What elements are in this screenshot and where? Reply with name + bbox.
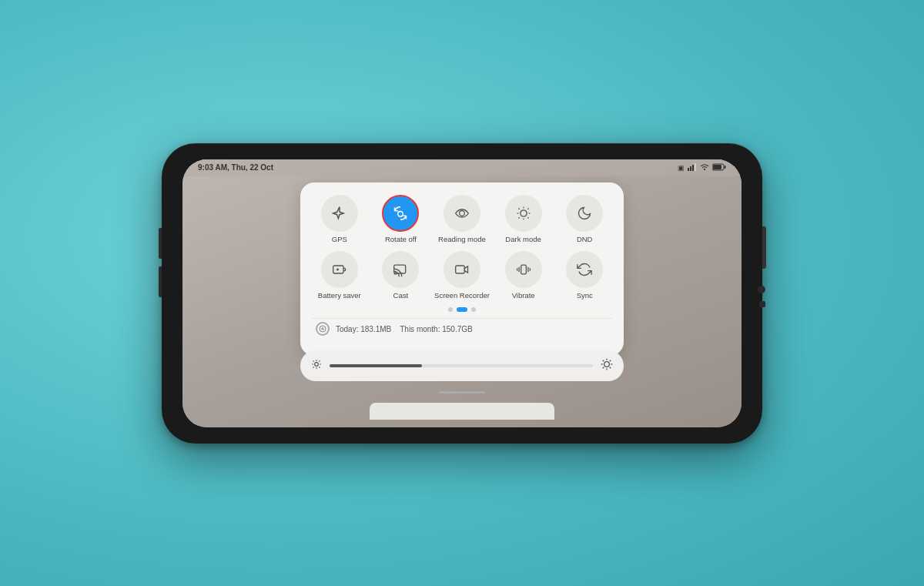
toggle-label-cast: Cast xyxy=(393,291,409,300)
toggle-circle-dnd xyxy=(566,195,603,232)
svg-rect-2 xyxy=(692,165,694,171)
svg-line-42 xyxy=(603,367,604,367)
toggle-circle-rotate-off xyxy=(382,195,419,232)
svg-point-26 xyxy=(315,363,319,367)
svg-rect-24 xyxy=(521,265,526,274)
svg-line-18 xyxy=(527,208,528,209)
data-usage-row: Today: 183.1MB This month: 150.7GB xyxy=(311,318,613,339)
data-usage-icon xyxy=(316,322,330,336)
pagination-dots xyxy=(311,307,613,312)
toggle-rotate-off[interactable]: Rotate off xyxy=(373,195,430,243)
svg-point-8 xyxy=(398,211,403,216)
phone-screen: 9:03 AM, Thu, 22 Oct ▣ xyxy=(182,159,742,427)
toggle-label-sync: Sync xyxy=(577,291,593,300)
shortcut-button-right xyxy=(759,301,765,307)
toggle-label-gps: GPS xyxy=(332,235,347,243)
svg-rect-3 xyxy=(695,163,696,171)
phone-device: 9:03 AM, Thu, 22 Oct ▣ xyxy=(162,143,762,444)
svg-rect-0 xyxy=(688,168,689,171)
svg-line-30 xyxy=(319,367,320,367)
svg-line-29 xyxy=(313,360,313,361)
svg-line-33 xyxy=(313,367,313,367)
brightness-low-icon xyxy=(311,359,322,372)
toggle-label-battery-saver: Battery saver xyxy=(318,291,361,300)
brightness-fill xyxy=(330,364,422,367)
status-icons: ▣ xyxy=(678,163,726,172)
svg-line-13 xyxy=(518,208,519,209)
toggle-circle-reading-mode xyxy=(444,195,480,232)
battery-icon xyxy=(712,163,726,172)
dot-2 xyxy=(457,307,467,312)
toggles-grid-row2: Battery saver Cast xyxy=(311,251,613,300)
svg-line-43 xyxy=(610,360,611,360)
signal-icon xyxy=(688,163,697,172)
status-bar: 9:03 AM, Thu, 22 Oct ▣ xyxy=(182,159,742,176)
svg-line-34 xyxy=(319,360,320,361)
svg-point-10 xyxy=(520,209,526,216)
toggle-circle-screen-recorder xyxy=(444,251,480,288)
power-button xyxy=(762,226,766,269)
toggle-label-vibrate: Vibrate xyxy=(512,291,535,300)
toggle-circle-gps xyxy=(321,195,358,232)
toggle-circle-dark-mode xyxy=(505,195,542,232)
svg-line-39 xyxy=(610,367,611,367)
status-time: 9:03 AM, Thu, 22 Oct xyxy=(198,163,273,172)
svg-rect-6 xyxy=(725,166,726,169)
svg-point-9 xyxy=(460,210,465,216)
svg-rect-7 xyxy=(713,165,721,169)
dot-3 xyxy=(471,307,476,312)
toggle-battery-saver[interactable]: Battery saver xyxy=(311,251,368,300)
toggle-reading-mode[interactable]: Reading mode xyxy=(434,195,490,243)
svg-rect-1 xyxy=(690,166,691,171)
toggle-label-dnd: DND xyxy=(577,235,593,243)
bottom-handle xyxy=(439,391,485,393)
data-usage-today: Today: 183.1MB This month: 150.7GB xyxy=(336,325,473,333)
toggle-label-rotate-off: Rotate off xyxy=(385,235,417,243)
toggle-dnd[interactable]: DND xyxy=(556,195,613,243)
bottom-bar-hint xyxy=(370,403,554,420)
toggle-circle-battery-saver xyxy=(321,251,358,288)
toggle-label-reading-mode: Reading mode xyxy=(438,235,486,243)
sim-icon: ▣ xyxy=(678,164,685,172)
svg-rect-23 xyxy=(456,266,465,273)
brightness-bar[interactable] xyxy=(300,350,624,381)
brightness-track[interactable] xyxy=(330,364,593,367)
toggle-cast[interactable]: Cast xyxy=(373,251,430,300)
toggles-grid-row1: GPS Rotate xyxy=(311,195,613,243)
toggle-circle-cast xyxy=(382,251,419,288)
svg-point-35 xyxy=(604,361,610,367)
quick-settings-panel: GPS Rotate xyxy=(300,182,624,357)
toggle-circle-vibrate xyxy=(505,251,542,288)
toggle-gps[interactable]: GPS xyxy=(311,195,368,243)
toggle-label-dark-mode: Dark mode xyxy=(505,235,541,243)
toggle-screen-recorder[interactable]: Screen Recorder xyxy=(434,251,490,300)
svg-line-38 xyxy=(603,360,604,360)
toggle-circle-sync xyxy=(566,251,603,288)
toggle-dark-mode[interactable]: Dark mode xyxy=(495,195,552,243)
svg-point-4 xyxy=(704,169,705,170)
toggle-vibrate[interactable]: Vibrate xyxy=(495,251,552,300)
brightness-high-icon xyxy=(601,358,613,373)
volume-down-button xyxy=(159,266,162,297)
toggle-label-screen-recorder: Screen Recorder xyxy=(434,291,490,300)
dot-1 xyxy=(448,307,453,312)
toggle-sync[interactable]: Sync xyxy=(556,251,613,300)
volume-up-button xyxy=(159,228,162,259)
svg-line-14 xyxy=(527,217,528,218)
svg-line-17 xyxy=(518,217,519,218)
wifi-icon xyxy=(700,163,709,172)
camera-button-right xyxy=(758,286,765,293)
